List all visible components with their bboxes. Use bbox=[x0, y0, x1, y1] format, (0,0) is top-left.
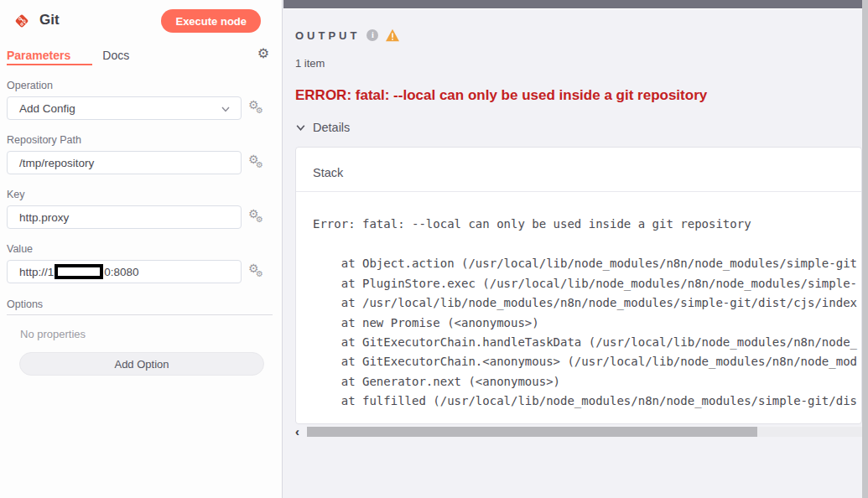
value-input[interactable]: http://10:8080 bbox=[7, 260, 242, 283]
stack-trace: Error: fatal: --local can only be used i… bbox=[296, 192, 861, 423]
chevron-down-icon bbox=[221, 104, 231, 114]
horizontal-scrollbar-thumb[interactable] bbox=[307, 427, 757, 437]
node-settings-panel: Git Execute node Parameters Docs ⚙ Opera… bbox=[0, 0, 283, 498]
parameters-form: Operation Add Config ⚙⚙ Repository Path … bbox=[0, 80, 282, 376]
gear-icon[interactable]: ⚙ bbox=[257, 47, 269, 60]
stack-line: at GitExecutorChain.<anonymous> (/usr/lo… bbox=[313, 352, 861, 371]
repository-path-value: /tmp/repository bbox=[19, 157, 94, 169]
tab-docs[interactable]: Docs bbox=[92, 49, 139, 65]
tab-bar: Parameters Docs ⚙ bbox=[0, 42, 282, 65]
stack-line: at fulfilled (/usr/local/lib/node_module… bbox=[313, 392, 861, 411]
details-toggle[interactable]: Details bbox=[295, 121, 862, 134]
tab-parameters[interactable]: Parameters bbox=[7, 49, 92, 65]
value-label: Value bbox=[7, 243, 269, 255]
stack-line: at Object.action (/usr/local/lib/node_mo… bbox=[313, 254, 861, 273]
git-icon bbox=[13, 13, 30, 29]
key-input[interactable]: http.proxy bbox=[7, 205, 242, 229]
chevron-down-icon bbox=[295, 122, 306, 133]
scroll-left-icon[interactable]: ‹ bbox=[295, 427, 307, 437]
stack-line: at GitExecutorChain.handleTaskData (/usr… bbox=[313, 333, 861, 352]
repository-path-input[interactable]: /tmp/repository bbox=[7, 151, 242, 174]
expression-gears-icon[interactable]: ⚙⚙ bbox=[242, 97, 269, 119]
expression-gears-icon[interactable]: ⚙⚙ bbox=[242, 261, 269, 283]
execute-node-button[interactable]: Execute node bbox=[161, 9, 261, 33]
options-section-label: Options bbox=[7, 298, 273, 315]
expression-gears-icon[interactable]: ⚙⚙ bbox=[242, 206, 269, 228]
node-header: Git Execute node bbox=[0, 0, 282, 42]
items-count: 1 item bbox=[295, 57, 862, 70]
value-prefix: http://1 bbox=[19, 266, 54, 278]
key-label: Key bbox=[7, 189, 269, 200]
expression-gears-icon[interactable]: ⚙⚙ bbox=[242, 152, 269, 174]
stack-line: at new Promise (<anonymous>) bbox=[313, 314, 861, 333]
node-title: Git bbox=[39, 12, 60, 29]
key-value: http.proxy bbox=[19, 211, 69, 224]
output-title: OUTPUT bbox=[295, 29, 360, 42]
stack-line: at /usr/local/lib/node_modules/n8n/node_… bbox=[313, 293, 861, 313]
operation-label: Operation bbox=[7, 80, 269, 91]
panel-top-bar bbox=[283, 0, 862, 9]
stack-line: Error: fatal: --local can only be used i… bbox=[313, 215, 861, 234]
details-label: Details bbox=[313, 121, 350, 134]
output-panel: OUTPUT i 1 item ERROR: fatal: --local ca… bbox=[283, 0, 862, 498]
horizontal-scrollbar[interactable] bbox=[307, 427, 862, 437]
value-suffix: 0:8080 bbox=[104, 266, 138, 278]
stack-line: at Generator.next (<anonymous>) bbox=[313, 372, 861, 392]
error-message: ERROR: fatal: --local can only be used i… bbox=[295, 87, 862, 104]
no-properties-text: No properties bbox=[20, 328, 269, 340]
vertical-scrollbar[interactable] bbox=[862, 0, 868, 498]
stack-title: Stack bbox=[296, 148, 861, 192]
add-option-button[interactable]: Add Option bbox=[19, 352, 264, 376]
stack-line: at PluginStore.exec (/usr/local/lib/node… bbox=[313, 274, 861, 293]
stack-card: Stack Error: fatal: --local can only be … bbox=[295, 147, 862, 424]
info-icon[interactable]: i bbox=[366, 29, 378, 41]
redaction-box bbox=[55, 264, 103, 279]
operation-value: Add Config bbox=[19, 102, 75, 115]
operation-select[interactable]: Add Config bbox=[7, 96, 242, 120]
repository-path-label: Repository Path bbox=[7, 134, 269, 146]
warning-icon bbox=[385, 29, 400, 42]
